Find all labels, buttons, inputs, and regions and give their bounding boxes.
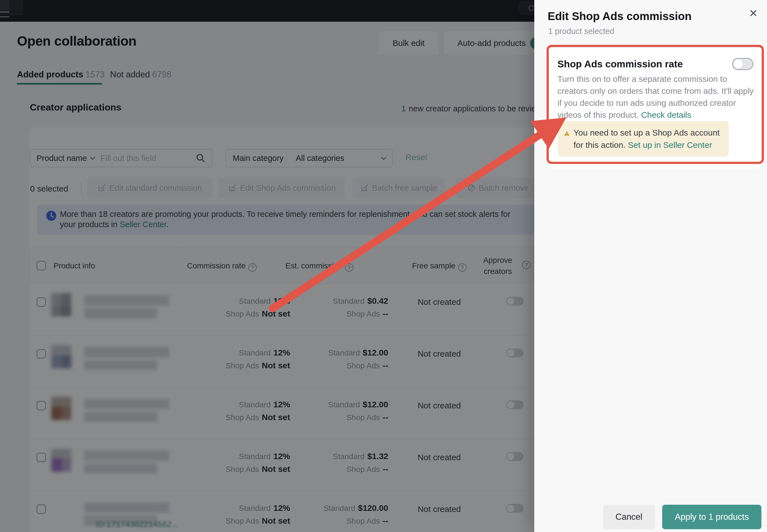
annotation-arrow	[0, 0, 767, 532]
screen: C Open collaboration Added products1573 …	[0, 0, 767, 532]
